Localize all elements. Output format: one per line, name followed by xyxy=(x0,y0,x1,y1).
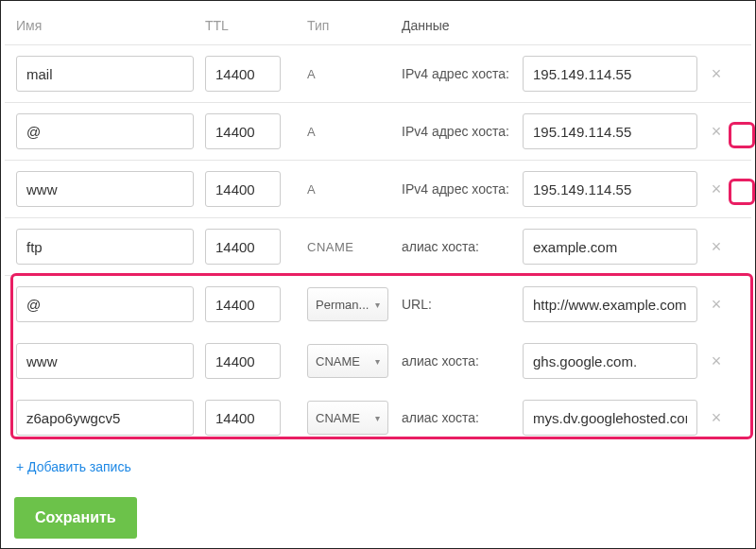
dns-record-row: CNAME ▾ алиас хоста: × xyxy=(5,389,751,446)
chevron-down-icon: ▾ xyxy=(375,413,380,423)
name-input[interactable] xyxy=(16,400,194,436)
delete-button[interactable]: × xyxy=(706,236,727,257)
dns-record-row: A IPv4 адрес хоста: × xyxy=(5,103,751,161)
add-record-link[interactable]: + Добавить запись xyxy=(5,446,751,488)
header-ttl: TTL xyxy=(205,18,290,33)
name-input[interactable] xyxy=(16,286,194,322)
data-label: URL: xyxy=(402,297,523,312)
data-input[interactable] xyxy=(523,229,697,265)
ttl-input[interactable] xyxy=(205,113,281,149)
data-label: алиас хоста: xyxy=(402,410,523,425)
type-select[interactable]: Perman... ▾ xyxy=(307,287,388,321)
ttl-input[interactable] xyxy=(205,343,281,379)
type-text: CNAME xyxy=(307,240,353,254)
name-input[interactable] xyxy=(16,56,194,92)
table-header: Имя TTL Тип Данные xyxy=(5,5,751,45)
delete-button[interactable]: × xyxy=(706,121,727,142)
header-type: Тип xyxy=(307,18,402,33)
close-icon: × xyxy=(712,180,722,197)
close-icon: × xyxy=(712,65,722,82)
data-input[interactable] xyxy=(523,286,697,322)
close-icon: × xyxy=(712,238,722,255)
delete-button[interactable]: × xyxy=(706,63,727,84)
close-icon: × xyxy=(712,296,722,313)
header-data: Данные xyxy=(402,18,523,33)
data-input[interactable] xyxy=(523,171,697,207)
data-label: алиас хоста: xyxy=(402,353,523,369)
data-label: алиас хоста: xyxy=(402,239,523,254)
dns-record-row: A IPv4 адрес хоста: × xyxy=(5,45,751,103)
ttl-input[interactable] xyxy=(205,171,281,207)
close-icon: × xyxy=(712,123,722,140)
header-name: Имя xyxy=(16,18,205,33)
data-label: IPv4 адрес хоста: xyxy=(402,124,523,139)
type-text: A xyxy=(307,67,316,81)
type-text: A xyxy=(307,125,316,139)
type-select[interactable]: CNAME ▾ xyxy=(307,401,388,435)
data-input[interactable] xyxy=(523,400,697,436)
type-select-label: Perman... xyxy=(316,298,369,312)
type-select-label: CNAME xyxy=(316,354,360,369)
data-label: IPv4 адрес хоста: xyxy=(402,66,523,81)
dns-record-row: A IPv4 адрес хоста: × xyxy=(5,161,751,218)
ttl-input[interactable] xyxy=(205,56,281,92)
name-input[interactable] xyxy=(16,229,194,265)
data-input[interactable] xyxy=(523,343,697,379)
data-input[interactable] xyxy=(523,56,697,92)
delete-button[interactable]: × xyxy=(706,351,727,371)
name-input[interactable] xyxy=(16,113,194,149)
ttl-input[interactable] xyxy=(205,229,281,265)
close-icon: × xyxy=(712,409,722,426)
save-button[interactable]: Сохранить xyxy=(14,497,137,539)
name-input[interactable] xyxy=(16,171,194,207)
data-input[interactable] xyxy=(523,113,697,149)
delete-button[interactable]: × xyxy=(706,294,727,315)
close-icon: × xyxy=(712,352,722,369)
type-select[interactable]: CNAME ▾ xyxy=(307,344,388,378)
dns-record-row: CNAME ▾ алиас хоста: × xyxy=(5,333,751,389)
type-select-label: CNAME xyxy=(316,411,360,425)
delete-button[interactable]: × xyxy=(706,407,727,428)
chevron-down-icon: ▾ xyxy=(375,356,380,367)
chevron-down-icon: ▾ xyxy=(375,300,380,310)
type-text: A xyxy=(307,182,316,197)
delete-button[interactable]: × xyxy=(706,179,727,199)
name-input[interactable] xyxy=(16,343,194,379)
dns-record-row: Perman... ▾ URL: × xyxy=(5,276,751,333)
ttl-input[interactable] xyxy=(205,400,281,436)
data-label: IPv4 адрес хоста: xyxy=(402,181,523,197)
dns-record-row: CNAME алиас хоста: × xyxy=(5,218,751,276)
ttl-input[interactable] xyxy=(205,286,281,322)
